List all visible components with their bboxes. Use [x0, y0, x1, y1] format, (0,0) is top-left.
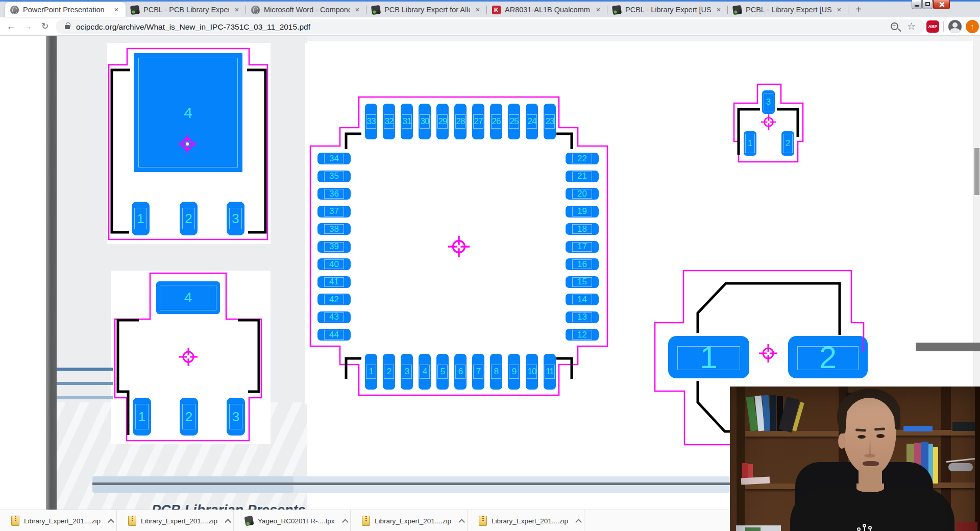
- to252-pad-3: 3: [227, 202, 244, 235]
- reload-button[interactable]: ↻: [38, 19, 52, 34]
- qfp-pad-41: 41: [317, 276, 351, 288]
- tab-close-icon[interactable]: ×: [112, 5, 121, 14]
- close-button[interactable]: [933, 0, 950, 9]
- tab-5[interactable]: KAR8031-AL1B Qualcomm | Integr×: [487, 2, 607, 17]
- qfp-pad-5: 5: [436, 354, 449, 390]
- tab-title: PCBL - PCB Library Expert: [143, 6, 229, 14]
- download-item[interactable]: Library_Expert_201....zip: [117, 510, 234, 531]
- qfp-pad-27: 27: [472, 104, 484, 139]
- download-item[interactable]: Library_Expert_201....zip: [0, 510, 117, 531]
- qfp-pad-26: 26: [490, 104, 502, 139]
- chevron-up-icon[interactable]: [225, 519, 231, 525]
- browser-toolbar: ← → ↻ ocipcdc.org/archive/What_is_New_in…: [0, 17, 980, 36]
- qfp-pad-32: 32: [383, 104, 395, 139]
- tab-close-icon[interactable]: ×: [232, 5, 241, 14]
- download-item[interactable]: Library_Expert_201....zip: [468, 510, 584, 531]
- viewer-gutter: [46, 36, 57, 512]
- qfp-pad-37: 37: [317, 206, 351, 218]
- trace-line: [57, 396, 113, 399]
- zoom-icon[interactable]: [891, 22, 898, 30]
- qfp-pad-9: 9: [508, 354, 520, 390]
- back-button[interactable]: ←: [4, 19, 18, 34]
- minimize-button[interactable]: [912, 0, 922, 9]
- to252-pad-1: 1: [132, 202, 150, 235]
- profile-avatar[interactable]: [948, 20, 962, 33]
- pcbl-icon: [732, 5, 742, 14]
- tab-close-icon[interactable]: ×: [594, 5, 603, 14]
- globe-icon: [251, 6, 260, 14]
- webcam-overlay: [730, 387, 980, 531]
- trace-line: [57, 368, 113, 371]
- qfp-pad-11: 11: [544, 354, 556, 390]
- fpx-icon: [244, 516, 254, 526]
- qfp-pad-43: 43: [317, 311, 351, 323]
- update-menu-icon[interactable]: ↑: [966, 20, 979, 33]
- qfp-pad-2: 2: [383, 354, 395, 390]
- tab-2[interactable]: PCBL - PCB Library Expert×: [126, 2, 246, 17]
- tab-title: PCB Library Expert for Allegro: [384, 6, 470, 14]
- browser-window: PowerPoint Presentation×PCBL - PCB Libra…: [0, 0, 980, 531]
- scrollbar-thumb[interactable]: [974, 148, 979, 195]
- bookmark-star-icon[interactable]: ☆: [907, 20, 916, 32]
- qfp-pad-44: 44: [317, 329, 351, 341]
- restore-icon: [925, 2, 930, 6]
- qfp-pad-16: 16: [566, 258, 599, 270]
- qfp-pad-24: 24: [526, 104, 538, 139]
- toolbar-divider: [943, 21, 944, 32]
- tab-7[interactable]: PCBL - Library Expert [USER GUID×: [728, 2, 848, 17]
- qfp-pad-3: 3: [401, 354, 413, 390]
- qfp-pad-18: 18: [566, 223, 599, 235]
- chevron-up-icon[interactable]: [458, 519, 465, 525]
- gray-patch: [916, 343, 980, 351]
- qfp-pad-36: 36: [317, 188, 351, 200]
- qfp-pad-39: 39: [317, 241, 351, 253]
- tab-close-icon[interactable]: ×: [353, 5, 362, 14]
- pcbl-icon: [130, 5, 140, 14]
- dual-pad-2: 2: [788, 336, 868, 378]
- download-name: Library_Expert_201....zip: [375, 517, 451, 525]
- sot23-pad-2: 2: [781, 131, 794, 156]
- qfp-pad-19: 19: [566, 206, 599, 218]
- tab-title: PowerPoint Presentation: [23, 6, 109, 14]
- window-frame-strip: [0, 0, 980, 2]
- sot23-pad-1: 1: [744, 131, 756, 156]
- restore-button[interactable]: [922, 0, 933, 9]
- sot223-pad-2: 2: [180, 398, 198, 436]
- qfp-pad-13: 13: [566, 311, 599, 323]
- globe-icon: [10, 6, 19, 14]
- chevron-up-icon[interactable]: [342, 519, 349, 525]
- chevron-up-icon[interactable]: [575, 519, 582, 525]
- download-item[interactable]: Yageo_RC0201FR-....fpx: [234, 510, 351, 531]
- address-bar[interactable]: ocipcdc.org/archive/What_is_New_in_IPC-7…: [56, 19, 925, 34]
- pcbl-icon: [371, 5, 381, 14]
- zip-icon: [479, 516, 487, 526]
- tab-title: PCBL - Library Expert [USER GUID: [746, 6, 831, 14]
- qfp-pad-33: 33: [365, 104, 377, 139]
- tab-4[interactable]: PCB Library Expert for Allegro×: [366, 2, 487, 17]
- qfp-pad-14: 14: [566, 294, 599, 305]
- qfp-pad-12: 12: [566, 329, 599, 341]
- webcam-vignette: [730, 387, 980, 531]
- download-name: Yageo_RC0201FR-....fpx: [258, 517, 335, 525]
- qfp-pad-23: 23: [544, 104, 556, 139]
- zip-icon: [128, 516, 136, 526]
- to252-pad-2: 2: [180, 202, 198, 235]
- chevron-up-icon[interactable]: [108, 519, 114, 525]
- tab-1[interactable]: PowerPoint Presentation×: [5, 2, 126, 17]
- qfp-pad-38: 38: [317, 223, 351, 235]
- forward-button[interactable]: →: [20, 19, 35, 34]
- tab-close-icon[interactable]: ×: [473, 5, 482, 14]
- new-tab-button[interactable]: +: [851, 3, 866, 16]
- tab-close-icon[interactable]: ×: [714, 5, 723, 14]
- tab-6[interactable]: PCBL - Library Expert [USER GUID×: [607, 2, 728, 17]
- kynix-icon: K: [492, 6, 501, 14]
- adblock-extension-icon[interactable]: ABP: [926, 20, 939, 33]
- tab-close-icon[interactable]: ×: [835, 5, 844, 14]
- url-text[interactable]: ocipcdc.org/archive/What_is_New_in_IPC-7…: [76, 22, 310, 32]
- footprint-plate: [305, 43, 611, 404]
- sot223-pad-1: 1: [133, 398, 151, 436]
- sot223-pad-3: 3: [227, 398, 245, 436]
- tab-3[interactable]: Microsoft Word - Component Ze×: [246, 2, 366, 17]
- qfp-pad-21: 21: [566, 171, 599, 182]
- download-item[interactable]: Library_Expert_201....zip: [351, 510, 468, 531]
